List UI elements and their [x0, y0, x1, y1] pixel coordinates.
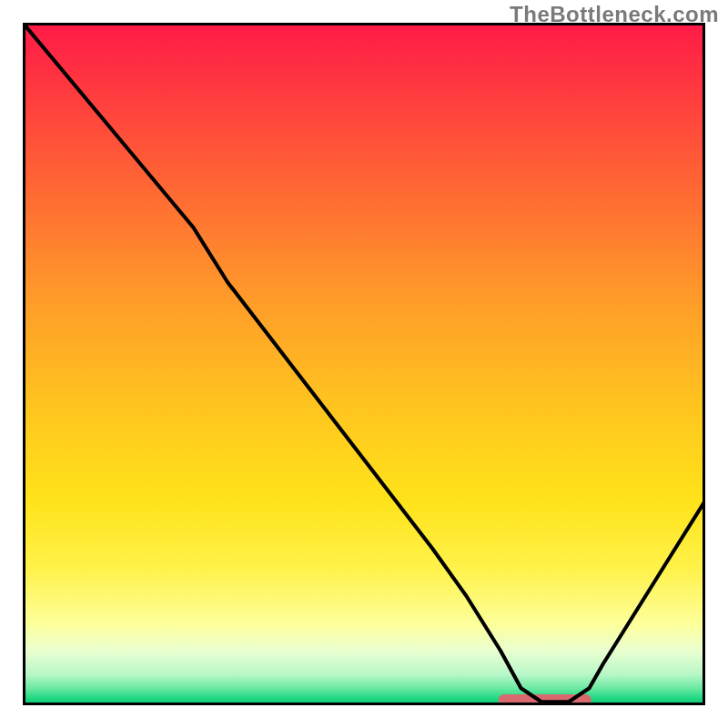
watermark-label: TheBottleneck.com — [510, 2, 719, 27]
chart-curve — [23, 23, 705, 705]
chart-plot-area — [23, 23, 705, 705]
